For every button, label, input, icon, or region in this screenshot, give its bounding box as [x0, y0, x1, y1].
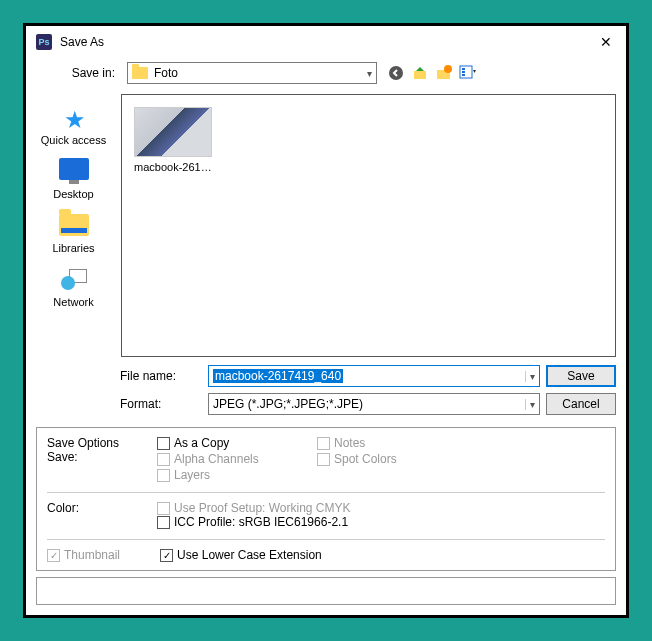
save-options-label: Save: [47, 450, 157, 464]
places-sidebar: ★ Quick access Desktop Libraries Network [26, 88, 121, 363]
close-button[interactable]: ✕ [596, 34, 616, 50]
back-button[interactable] [387, 64, 405, 82]
svg-point-3 [444, 65, 452, 73]
window-title: Save As [60, 35, 596, 49]
checkbox-thumbnail: ✓Thumbnail [47, 548, 120, 562]
chevron-down-icon: ▾ [367, 68, 372, 79]
photoshop-icon: Ps [36, 34, 52, 50]
sidebar-item-libraries[interactable]: Libraries [30, 206, 117, 258]
svg-rect-6 [462, 71, 465, 73]
format-label: Format: [120, 397, 202, 411]
svg-rect-4 [460, 66, 472, 78]
save-in-row: Save in: Foto ▾ [26, 58, 626, 88]
checkbox-as-a-copy[interactable]: As a Copy [157, 436, 307, 450]
save-as-dialog: Ps Save As ✕ Save in: Foto ▾ ★ Quick acc… [26, 26, 626, 615]
libraries-icon [59, 214, 89, 236]
sidebar-item-label: Libraries [52, 242, 94, 254]
svg-rect-1 [414, 71, 426, 79]
filename-input[interactable]: macbook-2617419_640 ▾ [208, 365, 540, 387]
checkbox-lowercase-extension[interactable]: ✓Use Lower Case Extension [160, 548, 322, 562]
save-options-header: Save Options [47, 436, 157, 450]
monitor-icon [59, 158, 89, 180]
sidebar-item-label: Network [53, 296, 93, 308]
file-thumbnail [134, 107, 212, 157]
checkbox-notes: Notes [317, 436, 467, 450]
save-button[interactable]: Save [546, 365, 616, 387]
chevron-down-icon: ▾ [525, 371, 535, 382]
checkbox-spot-colors: Spot Colors [317, 452, 467, 466]
checkbox-layers: Layers [157, 468, 307, 482]
sidebar-item-quick-access[interactable]: ★ Quick access [30, 98, 117, 150]
svg-rect-7 [462, 74, 465, 76]
star-icon: ★ [64, 106, 86, 134]
file-caption: macbook-26174... [134, 161, 216, 173]
format-value: JPEG (*.JPG;*.JPEG;*.JPE) [213, 397, 521, 411]
warnings-area [36, 577, 616, 605]
format-dropdown[interactable]: JPEG (*.JPG;*.JPEG;*.JPE) ▾ [208, 393, 540, 415]
color-label: Color: [47, 501, 157, 529]
sidebar-item-network[interactable]: Network [30, 260, 117, 312]
title-bar: Ps Save As ✕ [26, 26, 626, 58]
checkbox-alpha-channels: Alpha Channels [157, 452, 307, 466]
filename-value: macbook-2617419_640 [213, 369, 343, 383]
checkbox-icc-profile[interactable]: ICC Profile: sRGB IEC61966-2.1 [157, 515, 605, 529]
file-item[interactable]: macbook-26174... [134, 107, 216, 173]
filename-label: File name: [120, 369, 202, 383]
network-icon [61, 266, 87, 290]
svg-point-0 [389, 66, 403, 80]
checkbox-proof-setup: Use Proof Setup: Working CMYK [157, 501, 605, 515]
sidebar-item-label: Desktop [53, 188, 93, 200]
sidebar-item-desktop[interactable]: Desktop [30, 152, 117, 204]
cancel-button[interactable]: Cancel [546, 393, 616, 415]
save-options-panel: Save Options Save: As a Copy Notes Alpha… [36, 427, 616, 571]
chevron-down-icon: ▾ [525, 399, 535, 410]
up-one-level-button[interactable] [411, 64, 429, 82]
svg-rect-5 [462, 68, 465, 70]
folder-icon [132, 67, 148, 79]
save-in-label: Save in: [36, 66, 121, 80]
new-folder-button[interactable] [435, 64, 453, 82]
save-in-value: Foto [154, 66, 178, 80]
save-in-dropdown[interactable]: Foto ▾ [127, 62, 377, 84]
file-list-pane[interactable]: macbook-26174... [121, 94, 616, 357]
sidebar-item-label: Quick access [41, 134, 106, 146]
view-menu-button[interactable] [459, 64, 477, 82]
